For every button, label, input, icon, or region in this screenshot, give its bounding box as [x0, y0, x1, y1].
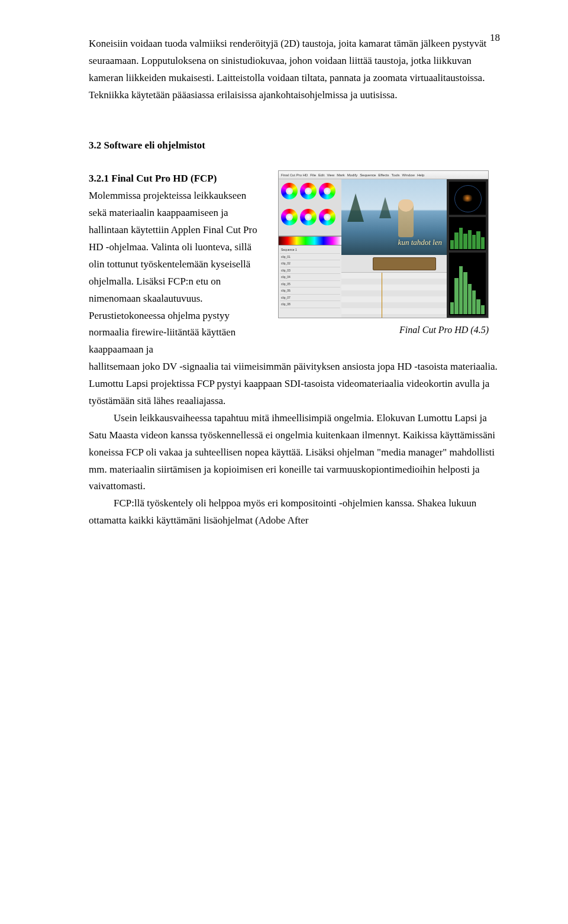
timeline-playhead — [382, 273, 382, 318]
subsection-3-2-1: 3.2.1 Final Cut Pro HD (FCP) Molemmissa … — [89, 170, 266, 358]
menu-effects: Effects — [378, 172, 389, 178]
fcp-screenshot: Final Cut Pro HD File Edit View Mark Mod… — [278, 170, 489, 318]
menu-file: File — [310, 172, 316, 178]
subsection-title: 3.2.1 Final Cut Pro HD (FCP) — [89, 173, 217, 184]
fcp-menubar: Final Cut Pro HD File Edit View Mark Mod… — [279, 171, 488, 179]
color-wheel-icon — [319, 209, 335, 225]
waveform-icon — [449, 217, 486, 250]
color-wheel-icon — [319, 183, 335, 199]
color-wheel-icon — [300, 183, 317, 199]
browser-row: clip_07 — [280, 295, 340, 302]
intro-paragraph: Koneisiin voidaan tuoda valmiiksi render… — [89, 35, 503, 104]
fcp-browser-panel: Sequence 1 clip_01 clip_02 clip_03 clip_… — [279, 245, 341, 318]
menu-sequence: Sequence — [360, 172, 376, 178]
fcp-figure: Final Cut Pro HD File Edit View Mark Mod… — [278, 170, 489, 338]
continuation-p2: Usein leikkausvaiheessa tapahtuu mitä ih… — [89, 410, 503, 495]
browser-row: clip_05 — [280, 281, 340, 288]
menu-modify: Modify — [347, 172, 358, 178]
continuation-p3: FCP:llä työskentely oli helppoa myös eri… — [89, 495, 503, 529]
browser-row: clip_01 — [280, 254, 340, 261]
histogram-icon — [449, 253, 486, 315]
tree-icon — [347, 193, 364, 222]
browser-row: clip_08 — [280, 301, 340, 308]
viewer-overlay-text: kun tahdot len — [398, 236, 442, 249]
color-wheel-icon — [281, 209, 298, 225]
browser-row: Sequence 1 — [280, 247, 340, 254]
menu-help: Help — [417, 172, 424, 178]
menu-view: View — [327, 172, 334, 178]
fcp-timeline-panel — [341, 255, 447, 318]
fcp-viewer-panel: kun tahdot len — [341, 179, 447, 255]
browser-row: clip_04 — [280, 274, 340, 281]
color-wheel-icon — [281, 183, 298, 199]
section-heading-3-2: 3.2 Software eli ohjelmistot — [89, 137, 503, 154]
page-number: 18 — [490, 30, 500, 47]
person-icon — [398, 199, 414, 237]
tree-icon — [379, 197, 391, 218]
timeline-selected-clip — [373, 257, 436, 270]
menu-window: Window — [402, 172, 415, 178]
menu-tools: Tools — [392, 172, 400, 178]
color-wheel-icon — [300, 209, 317, 225]
continuation-p1: hallitsemaan joko DV -signaalia tai viim… — [89, 358, 503, 410]
browser-row: clip_06 — [280, 287, 340, 295]
menu-edit: Edit — [318, 172, 324, 178]
browser-row: clip_02 — [280, 260, 340, 267]
menu-mark: Mark — [337, 172, 344, 178]
subsection-left-text: Molemmissa projekteissa leikkaukseen sek… — [89, 190, 257, 355]
fcp-color-wheels — [279, 179, 341, 236]
browser-row: clip_03 — [280, 267, 340, 274]
menu-app: Final Cut Pro HD — [281, 172, 308, 178]
fcp-spectrum-bar — [279, 236, 341, 245]
vectorscope-icon — [449, 182, 486, 215]
figure-caption: Final Cut Pro HD (4.5) — [278, 322, 489, 338]
